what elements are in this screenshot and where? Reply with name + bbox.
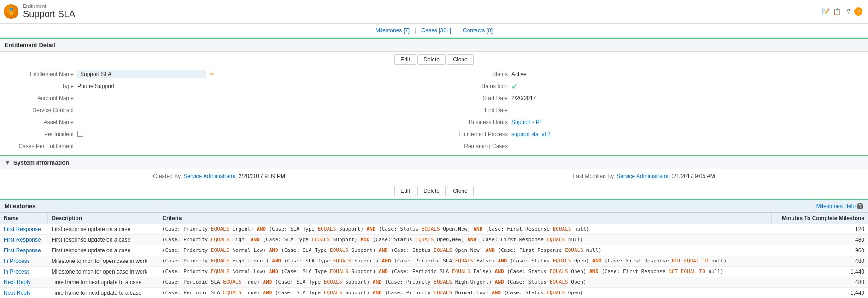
table-row: First ResponseFirst response update on a… — [0, 235, 868, 245]
form-left-col: Entitlement Name Support SLA ✏ Type Phon… — [0, 67, 434, 155]
milestone-description: Time frame for next update to a case — [48, 277, 158, 288]
table-row: In ProcessMilestone to monitor open case… — [0, 267, 868, 277]
modified-by-link[interactable]: Service Administrator — [616, 173, 669, 179]
field-asset-name: Asset Name — [9, 117, 425, 127]
edit-action-icon[interactable]: 📝 — [821, 7, 830, 16]
milestones-section-header: Milestones Milestones Help ? — [0, 200, 868, 213]
field-start-date: Start Date 2/20/2017 — [443, 93, 859, 103]
header-subtitle: Entitlement — [23, 4, 75, 9]
milestone-criteria: (Case: Priority EQUALS Urgent) AND (Case… — [158, 224, 771, 235]
milestone-name-link[interactable]: First Response — [4, 247, 41, 254]
created-by-label: Created By — [153, 173, 181, 179]
label-remaining-cases: Remaining Cases — [443, 143, 508, 149]
entitlement-process-link[interactable]: support sla_v12 — [511, 131, 551, 137]
label-end-date: End Date — [443, 107, 508, 113]
milestone-description: Time frame for next update to a case — [48, 288, 158, 298]
milestones-nav[interactable]: Milestones [7] — [375, 27, 410, 34]
milestone-minutes: 480 — [771, 235, 868, 245]
milestone-criteria: (Case: Priority EQUALS High) AND (Case: … — [158, 235, 771, 245]
business-hours-link[interactable]: Support - PT — [511, 119, 543, 125]
entitlement-name-edit-icon[interactable]: ✏ — [210, 71, 214, 77]
field-entitlement-process: Entitlement Process support sla_v12 — [443, 129, 859, 139]
label-per-incident: Per Incident — [9, 131, 74, 137]
milestone-description: First response update on a case — [48, 245, 158, 256]
col-minutes: Minutes To Complete Milestone — [771, 213, 868, 224]
milestone-name-link[interactable]: First Response — [4, 237, 41, 243]
header-actions: 📝 📋 🖨 ? — [821, 7, 862, 16]
system-info-header: ▼ System Information — [0, 155, 868, 169]
clone-button-bottom[interactable]: Clone — [447, 186, 473, 196]
nav-sep-1: | — [415, 27, 416, 34]
modified-by-date: , 3/1/2017 9:05 AM — [669, 173, 715, 179]
milestones-help[interactable]: Milestones Help ? — [816, 203, 863, 209]
clone-button-top[interactable]: Clone — [447, 54, 473, 65]
value-status-icon: ✔ — [511, 82, 517, 91]
milestone-description: Milestone to monitor open case in work — [48, 256, 158, 267]
milestone-minutes: 480 — [771, 256, 868, 267]
milestone-description: First response update on a case — [48, 235, 158, 245]
field-type: Type Phone Support — [9, 81, 425, 91]
label-cases-per-entitlement: Cases Per Entitlement — [9, 143, 74, 149]
milestone-name-link[interactable]: Next Reply — [4, 279, 31, 286]
milestone-minutes: 480 — [771, 277, 868, 288]
value-service-contract — [77, 107, 79, 113]
entitlement-form-grid: Entitlement Name Support SLA ✏ Type Phon… — [0, 67, 868, 155]
print-action-icon[interactable]: 🖨 — [843, 7, 852, 16]
system-info-title: System Information — [13, 159, 69, 166]
entitlement-top-buttons: Edit Delete Clone — [0, 52, 868, 67]
nav-links: Milestones [7] | Cases [30+] | Contacts … — [0, 24, 868, 38]
header-left: 🏅 Entitlement Support SLA — [4, 4, 75, 19]
col-criteria: Criteria — [158, 213, 771, 224]
field-per-incident: Per Incident — [9, 129, 425, 139]
label-type: Type — [9, 83, 74, 89]
cases-nav[interactable]: Cases [30+] — [422, 27, 451, 34]
field-status-icon: Status Icon ✔ — [443, 81, 859, 91]
status-checkmark-icon: ✔ — [511, 83, 517, 90]
milestone-name-link[interactable]: In Process — [4, 268, 30, 275]
contacts-nav[interactable]: Contacts [0] — [463, 27, 493, 34]
form-right-col: Status Active Status Icon ✔ Start Date 2… — [434, 67, 868, 155]
modified-by-value: Service Administrator, 3/1/2017 9:05 AM — [616, 173, 715, 179]
table-row: First ResponseFirst response update on a… — [0, 245, 868, 256]
milestones-section: Milestones Milestones Help ? Name Descri… — [0, 199, 868, 298]
table-row: First ResponseFirst response update on a… — [0, 224, 868, 235]
label-entitlement-process: Entitlement Process — [443, 131, 508, 137]
created-by-item: Created By Service Administrator, 2/20/2… — [153, 173, 285, 179]
system-info-body: Created By Service Administrator, 2/20/2… — [0, 169, 868, 183]
label-account-name: Account Name — [9, 95, 74, 101]
list-action-icon[interactable]: 📋 — [832, 7, 841, 16]
help-circle-icon: ? — [857, 203, 863, 209]
milestone-minutes: 1,440 — [771, 267, 868, 277]
header-title-block: Entitlement Support SLA — [23, 4, 75, 19]
milestones-table-header-row: Name Description Criteria Minutes To Com… — [0, 213, 868, 224]
col-description: Description — [48, 213, 158, 224]
label-business-hours: Business Hours — [443, 119, 508, 125]
page-title: Support SLA — [23, 9, 75, 19]
help-action-icon[interactable]: ? — [854, 7, 862, 16]
label-service-contract: Service Contract — [9, 107, 74, 113]
milestone-description: First response update on a case — [48, 224, 158, 235]
label-status: Status — [443, 71, 508, 77]
edit-button-top[interactable]: Edit — [394, 54, 416, 65]
edit-button-bottom[interactable]: Edit — [394, 186, 416, 196]
label-status-icon: Status Icon — [443, 83, 508, 89]
table-row: Next ReplyTime frame for next update to … — [0, 288, 868, 298]
entitlement-icon: 🏅 — [4, 4, 18, 19]
delete-button-bottom[interactable]: Delete — [417, 186, 446, 196]
modified-by-label: Last Modified By — [573, 173, 614, 179]
label-asset-name: Asset Name — [9, 119, 74, 125]
created-by-link[interactable]: Service Administrator — [183, 173, 235, 179]
table-row: Next ReplyTime frame for next update to … — [0, 277, 868, 288]
section-toggle-icon[interactable]: ▼ — [5, 159, 11, 166]
delete-button-top[interactable]: Delete — [417, 54, 446, 65]
value-type: Phone Support — [77, 83, 114, 89]
table-row: In ProcessMilestone to monitor open case… — [0, 256, 868, 267]
milestone-name-link[interactable]: First Response — [4, 226, 41, 232]
milestone-name-link[interactable]: Next Reply — [4, 290, 31, 296]
label-entitlement-name: Entitlement Name — [9, 71, 74, 77]
milestone-name-link[interactable]: In Process — [4, 258, 30, 264]
entitlement-detail-title: Entitlement Detail — [5, 42, 55, 48]
field-status: Status Active — [443, 69, 859, 79]
value-remaining-cases — [511, 143, 513, 149]
milestone-minutes: 120 — [771, 224, 868, 235]
